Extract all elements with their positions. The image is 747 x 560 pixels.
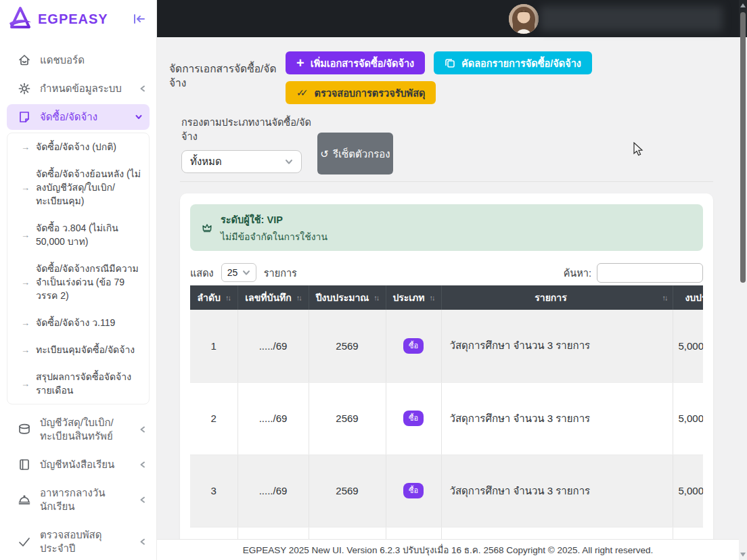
cell-budget: 5,000 bbox=[673, 382, 703, 454]
chevron-down-icon bbox=[285, 158, 293, 166]
cell-no: 4 bbox=[190, 527, 237, 539]
check-icon bbox=[18, 535, 31, 549]
sidebar-item[interactable]: จัดซื้อ/จัดจ้าง bbox=[7, 104, 150, 130]
chevron-left-icon bbox=[139, 538, 147, 546]
column-header[interactable]: รายการ↑↓ bbox=[441, 285, 673, 310]
table-row[interactable]: 3...../692569ซื้อวัสดุการศึกษา จำนวน 3 ร… bbox=[190, 454, 703, 527]
sidebar-item-label: บัญชีวัสดุ/ใบเบิก/ทะเบียนสินทรัพย์ bbox=[40, 416, 130, 443]
main-content: จัดการเอกสารจัดซื้อ/จัดจ้าง + เพิ่มเอกสา… bbox=[157, 37, 739, 539]
food-icon bbox=[18, 493, 31, 507]
table-body: 1...../692569ซื้อวัสดุการศึกษา จำนวน 3 ร… bbox=[190, 310, 703, 539]
scroll-up-arrow-icon[interactable] bbox=[740, 3, 746, 7]
cell-budget: 5,000 bbox=[673, 527, 703, 539]
page-size-select[interactable]: 25 bbox=[221, 263, 256, 282]
sidebar-subitem[interactable]: →จัดซื้อ ว.804 (ไม่เกิน 50,000 บาท) bbox=[7, 214, 149, 255]
cell-doc-no: ...../69 bbox=[237, 382, 309, 454]
verify-receipt-button[interactable]: ✓✓ ตรวจสอบการตรวจรับพัสดุ bbox=[286, 81, 436, 104]
arrow-right-icon: → bbox=[21, 183, 30, 193]
sidebar-subitem-label: จัดซื้อ/จัดจ้าง (ปกติ) bbox=[36, 140, 116, 154]
logo-row: EGPEASY bbox=[0, 0, 156, 38]
double-check-icon: ✓✓ bbox=[296, 87, 308, 98]
table-row[interactable]: 1...../692569ซื้อวัสดุการศึกษา จำนวน 3 ร… bbox=[190, 310, 703, 382]
cell-item: วัสดุการศึกษา จำนวน 3 รายการ bbox=[441, 310, 673, 382]
sidebar-subitem[interactable]: →จัดซื้อ/จัดจ้าง (ปกติ) bbox=[7, 133, 149, 160]
sidebar-subitem-label: จัดซื้อ/จัดจ้าง ว.119 bbox=[36, 316, 115, 329]
arrow-right-icon: → bbox=[21, 318, 30, 328]
scrollbar-thumb[interactable] bbox=[740, 12, 746, 283]
cell-doc-no: ...../69 bbox=[237, 454, 309, 527]
cell-item: วัสดุการศึกษา จำนวน 3 รายการ bbox=[441, 382, 673, 454]
sidebar-collapse-icon[interactable] bbox=[131, 11, 147, 27]
user-avatar[interactable] bbox=[509, 4, 539, 34]
table-controls: แสดง 25 รายการ ค้นหา: bbox=[190, 261, 703, 284]
cell-budget: 5,000 bbox=[673, 310, 703, 382]
sidebar-subitem[interactable]: →จัดซื้อ/จัดจ้างกรณีมีความจำเป็นเร่งด่วน… bbox=[7, 255, 149, 309]
type-badge: ซื้อ bbox=[403, 338, 424, 354]
column-header[interactable]: เลขที่บันทึก↑↓ bbox=[237, 285, 309, 310]
sidebar-item-label: บัญชีหนังสือเรียน bbox=[40, 458, 130, 471]
sidebar-item[interactable]: บัญชีหนังสือเรียน bbox=[0, 450, 156, 479]
column-header[interactable]: ปีงบประมาณ↑↓ bbox=[309, 285, 386, 310]
arrow-right-icon: → bbox=[21, 142, 30, 152]
column-label: เลขที่บันทึก bbox=[245, 290, 291, 305]
filter-type-select[interactable]: ทั้งหมด bbox=[181, 150, 302, 173]
scroll-down-arrow-icon[interactable] bbox=[740, 553, 746, 557]
app-window: EGPEASY แดชบอร์ดกำหนดข้อมูลระบบจัดซื้อ/จ… bbox=[0, 0, 747, 560]
cell-no: 2 bbox=[190, 382, 237, 454]
copy-items-button[interactable]: คัดลอกรายการจัดซื้อ/จัดจ้าง bbox=[434, 51, 592, 74]
reset-filter-button[interactable]: ↺รีเซ็ตตัวกรอง bbox=[317, 133, 393, 174]
sidebar-item[interactable]: อาหารกลางวันนักเรียน bbox=[0, 479, 156, 521]
arrow-right-icon: → bbox=[21, 230, 30, 240]
table-row[interactable]: 2...../692569ซื้อวัสดุการศึกษา จำนวน 3 ร… bbox=[190, 382, 703, 454]
sidebar-subitem-label: จัดซื้อ/จัดจ้างกรณีมีความจำเป็นเร่งด่วน … bbox=[36, 262, 143, 302]
cell-type: ซื้อ bbox=[386, 310, 441, 382]
chevron-down-icon bbox=[135, 113, 143, 121]
search-input[interactable] bbox=[597, 263, 703, 283]
sidebar-item[interactable]: กำหนดข้อมูลระบบ bbox=[0, 74, 156, 103]
unit-label: รายการ bbox=[264, 265, 297, 281]
doc-icon bbox=[18, 110, 31, 124]
add-document-button[interactable]: + เพิ่มเอกสารจัดซื้อ/จัดจ้าง bbox=[286, 51, 425, 74]
brand-name: EGPEASY bbox=[38, 11, 131, 27]
column-header[interactable]: ประเภท↑↓ bbox=[386, 285, 441, 310]
cell-doc-no: ...../69 bbox=[237, 527, 309, 539]
chevron-left-icon bbox=[139, 85, 147, 93]
column-label: ลำดับ bbox=[198, 290, 221, 305]
vertical-scrollbar[interactable] bbox=[739, 0, 747, 560]
cell-year: 2569 bbox=[309, 454, 386, 527]
sort-icon: ↑↓ bbox=[374, 294, 378, 302]
cell-budget: 5,000 bbox=[673, 454, 703, 527]
sidebar-nav: แดชบอร์ดกำหนดข้อมูลระบบจัดซื้อ/จัดจ้าง→จ… bbox=[0, 38, 156, 560]
user-level-banner: ระดับผู้ใช้: VIP ไม่มีข้อจำกัดในการใช้งา… bbox=[190, 204, 703, 251]
column-label: ประเภท bbox=[392, 290, 424, 305]
sidebar-subitem[interactable]: →ทะเบียนคุมจัดซื้อ/จัดจ้าง bbox=[7, 336, 149, 363]
cell-no: 3 bbox=[190, 454, 237, 527]
cell-type: ซื้อ bbox=[386, 382, 441, 454]
cell-year: 2569 bbox=[309, 310, 386, 382]
documents-table-wrapper: ลำดับ↑↓เลขที่บันทึก↑↓ปีงบประมาณ↑↓ประเภท↑… bbox=[190, 285, 703, 539]
cell-item: วัสดุการศึกษา จำนวน 3 รายการ bbox=[441, 527, 673, 539]
sidebar-item[interactable]: บัญชีวัสดุ/ใบเบิก/ทะเบียนสินทรัพย์ bbox=[0, 409, 156, 450]
cell-doc-no: ...../69 bbox=[237, 310, 309, 382]
chevron-left-icon bbox=[139, 461, 147, 469]
sidebar-item[interactable]: แดชบอร์ด bbox=[0, 46, 156, 74]
user-info-redacted bbox=[540, 6, 723, 31]
column-label: รายการ bbox=[535, 290, 566, 305]
sidebar-subitem[interactable]: →จัดซื้อ/จัดจ้าง ว.119 bbox=[7, 309, 149, 336]
column-header[interactable]: ลำดับ↑↓ bbox=[190, 285, 237, 310]
topbar bbox=[157, 0, 739, 37]
arrow-right-icon: → bbox=[21, 277, 30, 287]
table-header-row: ลำดับ↑↓เลขที่บันทึก↑↓ปีงบประมาณ↑↓ประเภท↑… bbox=[190, 285, 703, 310]
sort-icon: ↑↓ bbox=[225, 294, 230, 302]
sidebar-subitem[interactable]: →สรุปผลการจัดซื้อจัดจ้างรายเดือน bbox=[7, 363, 149, 404]
avatar-image bbox=[509, 4, 539, 34]
database-icon bbox=[18, 423, 31, 436]
arrow-right-icon: → bbox=[21, 379, 30, 389]
chevron-left-icon bbox=[139, 496, 147, 504]
arrow-right-icon: → bbox=[21, 345, 30, 355]
table-row[interactable]: 4...../692569ซื้อวัสดุการศึกษา จำนวน 3 ร… bbox=[190, 527, 703, 539]
sidebar-subitem[interactable]: →จัดซื้อ/จัดจ้างย้อนหลัง (ไม่ลงบัญชีวัสด… bbox=[7, 160, 149, 214]
chevron-left-icon bbox=[139, 425, 147, 434]
sidebar-item[interactable]: ตรวจสอบพัสดุประจำปี bbox=[0, 521, 156, 560]
column-header[interactable]: งบประมาณ↑↓ bbox=[673, 285, 703, 310]
